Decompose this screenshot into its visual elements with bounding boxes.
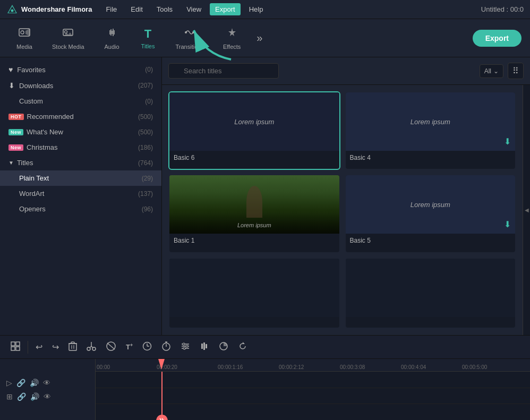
toolbar-more[interactable]: » [252, 30, 267, 46]
empty2-label [346, 317, 516, 323]
toolbar-audio-label: Audio [104, 44, 119, 50]
play-icon[interactable]: ▷ [6, 379, 12, 387]
custom-count: (0) [145, 98, 153, 105]
whats-new-count: (500) [138, 128, 153, 136]
basic4-text: Lorem ipsum [411, 118, 450, 126]
playhead-circle[interactable] [156, 415, 168, 420]
title-card-basic6[interactable]: Lorem ipsum Basic 6 [169, 92, 339, 169]
tl-delete-btn[interactable] [64, 339, 81, 355]
titles-grid: Lorem ipsum Basic 6 Lorem ipsum ⬇ Basic … [162, 85, 523, 335]
title-card-empty1[interactable] [169, 259, 339, 328]
toolbar-titles[interactable]: T Titles [132, 24, 164, 53]
menu-help[interactable]: Help [244, 3, 269, 15]
sidebar-item-downloads[interactable]: ⬇ Downloads (207) [0, 78, 161, 93]
sidebar-item-openers[interactable]: Openers (96) [0, 201, 161, 217]
tl-redo-btn[interactable]: ↪ [48, 340, 63, 354]
toolbar-transitions-label: Transitions [176, 44, 204, 50]
media-icon [18, 27, 31, 41]
recommended-label: Recommended [27, 113, 74, 121]
sidebar-section-titles[interactable]: ▼ Titles (764) [0, 155, 161, 170]
whats-new-label: What's New [27, 128, 63, 136]
favorites-icon: ♥ [8, 65, 13, 74]
mute-icon[interactable]: 🔊 [30, 392, 39, 401]
new-badge-1: New [8, 129, 23, 135]
effects-icon [226, 27, 238, 41]
content-panel: 🔍 All ⌄ ⠿ Lorem ipsum Basic 6 [162, 57, 530, 335]
menu-view[interactable]: View [181, 3, 207, 15]
ruler-mark-6: 00:00:5:00 [462, 364, 487, 370]
ruler-mark-3: 00:00:2:12 [279, 364, 304, 370]
eye-icon[interactable]: 👁 [43, 379, 50, 387]
downloads-label: Downloads [19, 82, 53, 90]
svg-rect-13 [11, 347, 15, 350]
svg-rect-40 [203, 342, 205, 350]
link-icon[interactable]: 🔗 [16, 379, 25, 387]
audio-icon [106, 27, 118, 41]
tl-audio-btn[interactable] [195, 339, 213, 355]
search-input[interactable] [168, 63, 279, 79]
stock-media-icon [62, 27, 74, 41]
filter-select[interactable]: All ⌄ [480, 64, 503, 78]
tl-clock-btn[interactable] [138, 339, 156, 355]
grid-toggle[interactable]: ⠿ [508, 63, 524, 79]
tl-cut-btn[interactable] [82, 339, 100, 355]
tl-rotate-btn[interactable] [234, 339, 252, 355]
title-card-empty2[interactable] [346, 259, 516, 328]
grid-area: Lorem ipsum Basic 6 Lorem ipsum ⬇ Basic … [162, 85, 530, 335]
sidebar-item-favorites[interactable]: ♥ Favorites (0) [0, 62, 161, 78]
sidebar-item-christmas[interactable]: New Christmas (186) [0, 140, 161, 155]
lock-icon[interactable]: 🔗 [17, 392, 26, 401]
svg-point-2 [11, 9, 14, 12]
add-track-icon[interactable]: ⊞ [6, 392, 13, 401]
svg-line-25 [107, 343, 115, 349]
toolbar-media-label: Media [16, 44, 32, 50]
volume-icon[interactable]: 🔊 [30, 379, 39, 387]
sidebar-item-plain-text[interactable]: Plain Text (29) [0, 170, 161, 186]
svg-point-38 [183, 347, 185, 349]
tl-eq-btn[interactable] [176, 339, 194, 355]
svg-rect-39 [201, 344, 203, 349]
sidebar-item-whats-new[interactable]: New What's New (500) [0, 124, 161, 140]
titles-section-count: (764) [138, 159, 153, 167]
content-header: 🔍 All ⌄ ⠿ [162, 57, 530, 85]
title-card-basic5[interactable]: Lorem ipsum ⬇ Basic 5 [346, 175, 516, 252]
title-card-basic4[interactable]: Lorem ipsum ⬇ Basic 4 [346, 92, 516, 169]
title-card-basic1[interactable]: Lorem ipsum Basic 1 [169, 175, 339, 252]
toolbar-stock-media[interactable]: Stock Media [45, 23, 92, 53]
filter-chevron: ⌄ [493, 67, 499, 75]
toolbar-audio[interactable]: Audio [96, 23, 128, 53]
toolbar-transitions[interactable]: Transitions [168, 23, 211, 53]
transitions-icon [183, 27, 196, 41]
tl-undo-btn[interactable]: ↩ [31, 340, 47, 354]
toolbar-effects[interactable]: Effects [216, 23, 248, 53]
app-logo: Wondershare Filmora [6, 4, 92, 15]
svg-rect-12 [16, 342, 20, 346]
tl-sep-1 [28, 341, 28, 354]
tl-nocut-btn[interactable] [101, 339, 121, 355]
empty1-label [169, 317, 339, 323]
basic4-download-icon[interactable]: ⬇ [504, 136, 511, 147]
menu-file[interactable]: File [100, 3, 122, 15]
menu-edit[interactable]: Edit [125, 3, 148, 15]
sidebar-item-custom[interactable]: Custom (0) [0, 93, 161, 109]
toolbar-stock-label: Stock Media [52, 44, 84, 50]
sidebar-item-wordart[interactable]: WordArt (137) [0, 186, 161, 201]
tl-timer-btn[interactable] [157, 339, 175, 355]
basic5-thumb: Lorem ipsum ⬇ [346, 175, 516, 234]
sidebar-item-recommended[interactable]: HOT Recommended (500) [0, 109, 161, 124]
menu-export[interactable]: Export [210, 3, 241, 15]
basic5-download-icon[interactable]: ⬇ [504, 219, 511, 229]
tl-text-btn[interactable]: T+ [122, 340, 137, 353]
custom-label: Custom [19, 97, 43, 105]
hide-icon[interactable]: 👁 [44, 392, 51, 401]
tl-grid-btn[interactable] [6, 339, 24, 355]
export-button[interactable]: Export [473, 30, 522, 47]
menu-tools[interactable]: Tools [151, 3, 178, 15]
tl-color-btn[interactable] [215, 339, 233, 355]
timeline-ruler: 00:00 00:00:20 00:00:1:16 00:00:2:12 00:… [96, 359, 530, 372]
basic1-thumb: Lorem ipsum [169, 175, 339, 234]
sidebar: ♥ Favorites (0) ⬇ Downloads (207) Custom… [0, 57, 162, 335]
collapse-handle[interactable]: ◀ [523, 85, 530, 335]
svg-rect-14 [16, 347, 20, 350]
toolbar-media[interactable]: Media [8, 23, 40, 53]
